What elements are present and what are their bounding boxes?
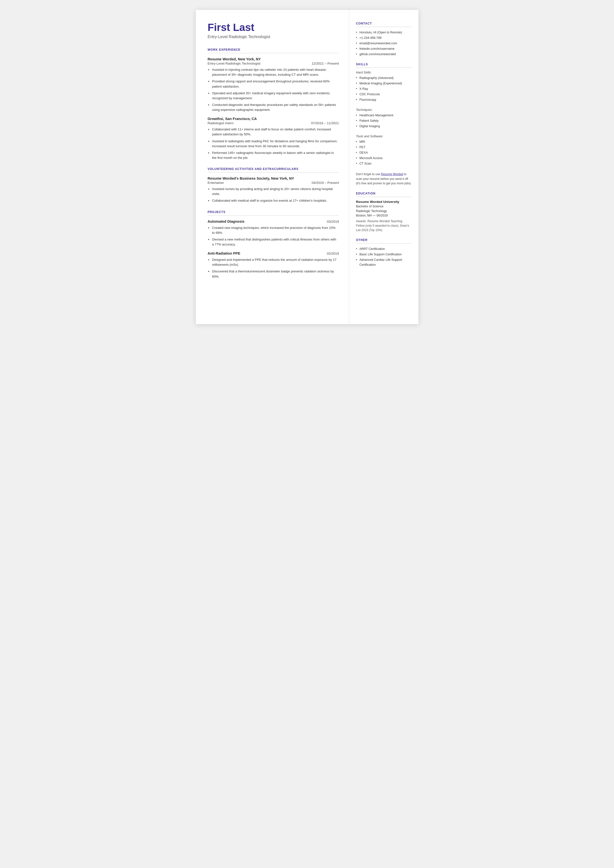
project2-header: Anti-Radiation PPE 02/2019 [208,252,339,255]
job2-header: Growthsi, San Francisco, CA [208,117,339,121]
job1-bullets: Assisted in injecting contrast dye via c… [208,67,339,112]
tool-4: Microsoft Access [356,156,411,161]
hard-skills-list: Radiography (Advanced) Medical Imaging (… [356,76,411,102]
job2-bullet-2: Assisted 8 radiologists with loading PAC… [208,139,339,149]
technique-1: Healthcare Management [356,113,411,118]
project2-bullets: Designed and implemented a PPE that redu… [208,257,339,279]
projects-section: PROJECTS Automated Diagnosis 03/2019 Cre… [208,210,339,279]
tool-5: CT Scan [356,161,411,166]
project1-header: Automated Diagnosis 03/2019 [208,219,339,224]
technique-3: Digital Imaging [356,124,411,129]
job1-bullet-4: Conducted diagnostic and therapeutic pro… [208,102,339,112]
other-list: ARRT Certification Basic Life Support Ce… [356,247,411,267]
edu-degree: Bachelor of Science Radiologic Technolog… [356,204,411,218]
volunteering-divider [208,172,339,172]
volunteering-section: VOLUNTEERING ACTIVITIES AND EXTRACURRICU… [208,167,339,203]
other-section: OTHER ARRT Certification Basic Life Supp… [356,238,411,267]
job2-company: Growthsi, San Francisco, CA [208,117,257,121]
hard-skill-1: Radiography (Advanced) [356,76,411,81]
job2-role-line: Radiologist Intern 07/2019 – 11/2021 [208,121,339,125]
contact-email: email@resumeworded.com [356,41,411,46]
hard-skill-5: Fluoroscopy [356,97,411,102]
hard-skills-label: Hard Skills: [356,71,411,74]
job1-bullet-3: Operated and adjusted 20+ medical imager… [208,91,339,101]
skills-title: SKILLS [356,63,411,66]
other-item-1: ARRT Certification [356,247,411,252]
contact-section: CONTACT Honolulu, HI (Open to Remote) +1… [356,22,411,57]
job1-role: Entry-Level Radiologic Technologist [208,62,260,65]
job1-dates: 12/2021 – Present [312,62,339,65]
project1-name: Automated Diagnosis [208,219,245,224]
job2-bullet-3: Performed 145+ radiographic fluoroscopic… [208,151,339,160]
project1-bullet-2: Devised a new method that distinguishes … [208,237,339,247]
vol1-company: Resume Worded's Business Society, New Yo… [208,176,294,180]
hard-skill-2: Medical Imaging (Experienced) [356,81,411,86]
project1-date: 03/2019 [327,220,339,224]
vol1-bullet-2: Collaborated with medical staff to organ… [208,198,339,203]
tools-label: Tools and Software: [356,135,411,138]
education-title: EDUCATION [356,192,411,195]
contact-phone: +1-234-456-789 [356,36,411,40]
candidate-subtitle: Entry-Level Radiologic Technologist [208,35,339,39]
vol1-bullets: Assisted nurses by providing acting and … [208,186,339,203]
tool-2: PET [356,145,411,150]
work-divider [208,53,339,53]
vol1-bullet-1: Assisted nurses by providing acting and … [208,186,339,196]
job2-bullets: Collaborated with 11+ interns and staff … [208,127,339,160]
job1-bullet-2: Provided strong rapport and encouragemen… [208,79,339,89]
candidate-name: First Last [208,22,339,33]
techniques-label: Techniques: [356,108,411,112]
job1-header: Resume Worded, New York, NY [208,57,339,61]
edu-location-date: Boston, MA — 06/2019 [356,214,388,217]
project1-bullets: Created new imaging techniques, which in… [208,225,339,247]
resume-container: First Last Entry-Level Radiologic Techno… [196,10,419,324]
skills-section: SKILLS Hard Skills: Radiography (Advance… [356,63,411,186]
other-item-2: Basic Life Support Certification [356,252,411,257]
job2-role: Radiologist Intern [208,121,234,125]
edu-degree-text: Bachelor of Science [356,205,383,208]
tool-1: MRI [356,139,411,144]
other-divider [356,243,411,244]
projects-divider [208,215,339,216]
education-divider [356,197,411,197]
job1-role-line: Entry-Level Radiologic Technologist 12/2… [208,62,339,65]
hard-skill-4: CDC Protocols [356,92,411,97]
education-section: EDUCATION Resume Worded University Bache… [356,192,411,232]
work-experience-title: WORK EXPERIENCE [208,48,339,51]
contact-list: Honolulu, HI (Open to Remote) +1-234-456… [356,30,411,57]
tools-list: MRI PET DEXA Microsoft Access CT Scan [356,139,411,166]
resume-worded-link[interactable]: Resume Worded [381,172,403,176]
edu-school: Resume Worded University [356,200,411,203]
volunteering-title: VOLUNTEERING ACTIVITIES AND EXTRACURRICU… [208,167,339,171]
resume-note: Don't forget to use Resume Worded to sca… [356,172,411,186]
contact-github: github.com/resumeworded [356,52,411,57]
project2-date: 02/2019 [327,252,339,255]
technique-2: Patient Safety [356,118,411,123]
vol1-role-line: Entertainer 04/2019 – Present [208,181,339,185]
resume-note-prefix: Don't forget to use [356,172,381,176]
job1-company: Resume Worded, New York, NY [208,57,261,61]
hard-skill-3: X-Ray [356,86,411,91]
project1-bullet-1: Created new imaging techniques, which in… [208,225,339,235]
tool-3: DEXA [356,150,411,155]
contact-title: CONTACT [356,22,411,25]
project2-bullet-2: Discovered that a thermoluminescent dosi… [208,269,339,279]
projects-title: PROJECTS [208,210,339,214]
contact-location: Honolulu, HI (Open to Remote) [356,30,411,35]
other-title: OTHER [356,238,411,242]
vol1-role: Entertainer [208,181,224,185]
vol1-dates: 04/2019 – Present [312,181,339,185]
job2-bullet-1: Collaborated with 11+ interns and staff … [208,127,339,137]
other-item-3: Advanced Cardiac Life Support Certificat… [356,257,411,267]
job1-bullet-1: Assisted in injecting contrast dye via c… [208,67,339,77]
project2-name: Anti-Radiation PPE [208,252,240,255]
work-experience-section: WORK EXPERIENCE Resume Worded, New York,… [208,48,339,160]
job2-dates: 07/2019 – 11/2021 [311,121,339,125]
project2-bullet-1: Designed and implemented a PPE that redu… [208,257,339,267]
edu-awards: Awards: Resume Worded Teaching Fellow (o… [356,219,411,232]
left-column: First Last Entry-Level Radiologic Techno… [196,10,349,324]
contact-linkedin: linkedin.com/in/username [356,46,411,51]
techniques-list: Healthcare Management Patient Safety Dig… [356,113,411,129]
edu-field: Radiologic Technology [356,209,387,213]
right-column: CONTACT Honolulu, HI (Open to Remote) +1… [349,10,419,324]
